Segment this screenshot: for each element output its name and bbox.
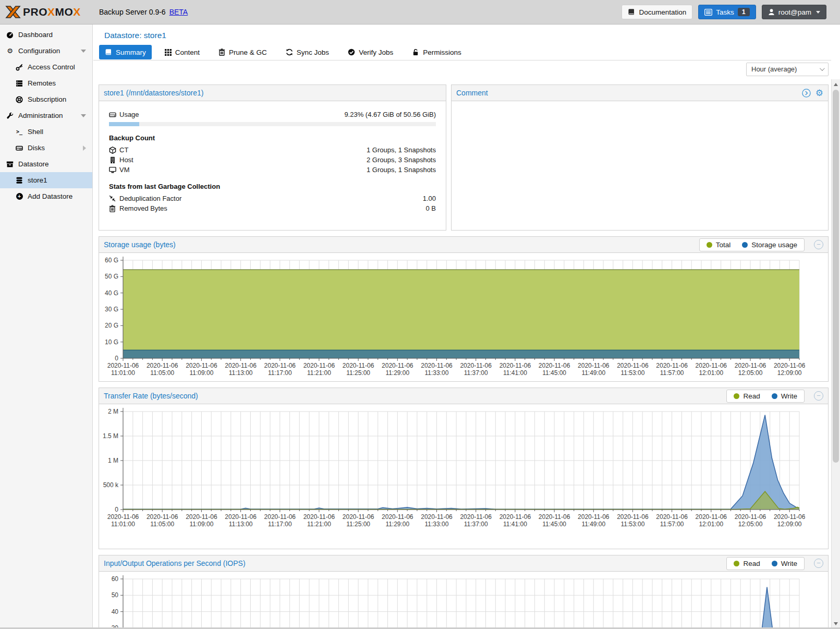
svg-text:12:05:00: 12:05:00 — [738, 521, 763, 528]
svg-text:2020-11-06: 2020-11-06 — [539, 513, 570, 521]
svg-text:50 G: 50 G — [105, 273, 118, 280]
vm-row: VM 1 Groups, 1 Snapshots — [109, 165, 436, 175]
product-version: Backup Server 0.9-6 — [99, 8, 166, 16]
page-title: Datastore: store1 — [104, 31, 166, 40]
svg-text:11:09:00: 11:09:00 — [189, 369, 213, 377]
svg-text:11:49:00: 11:49:00 — [581, 521, 605, 528]
svg-text:11:17:00: 11:17:00 — [268, 521, 292, 528]
svg-text:1 M: 1 M — [108, 457, 118, 464]
brand-wordmark: PROXMOX — [23, 6, 81, 18]
legend-dot-write — [772, 393, 777, 399]
sidebar-item-disks[interactable]: Disks — [0, 140, 92, 156]
gc-stats-heading: Stats from last Garbage Collection — [109, 183, 436, 190]
beta-link[interactable]: BETA — [169, 8, 188, 16]
comment-body[interactable] — [452, 101, 828, 112]
svg-text:0: 0 — [115, 355, 118, 362]
life-ring-icon — [15, 96, 23, 103]
compress-icon — [109, 195, 119, 202]
scroll-up-arrow-icon[interactable] — [834, 83, 838, 86]
iops-chart: 01020304050602020-11-0611:01:002020-11-0… — [100, 573, 805, 629]
proxmox-x-icon — [5, 4, 21, 20]
svg-text:11:05:00: 11:05:00 — [150, 521, 174, 528]
svg-text:2020-11-06: 2020-11-06 — [578, 362, 610, 369]
svg-text:11:01:00: 11:01:00 — [111, 369, 135, 377]
sidebar-item-subscription[interactable]: Subscription — [0, 91, 92, 107]
svg-text:20 G: 20 G — [105, 322, 118, 329]
svg-text:11:25:00: 11:25:00 — [346, 521, 370, 528]
svg-text:40: 40 — [112, 608, 119, 615]
tab-verify-jobs[interactable]: Verify Jobs — [342, 45, 399, 59]
wrench-icon — [6, 112, 14, 119]
svg-text:12:01:00: 12:01:00 — [699, 521, 723, 528]
sidebar-item-add-datastore[interactable]: + Add Datastore — [0, 188, 92, 204]
collapse-caret-icon[interactable] — [81, 114, 86, 117]
chart-toolbar: Hour (average) — [93, 61, 831, 78]
usage-row: Usage 9.23% (4.67 GiB of 50.56 GiB) — [109, 110, 436, 119]
svg-text:2020-11-06: 2020-11-06 — [343, 513, 374, 521]
sidebar-item-access-control[interactable]: Access Control — [0, 59, 92, 75]
usage-progressbar — [109, 122, 436, 126]
svg-text:2020-11-06: 2020-11-06 — [421, 362, 453, 369]
tab-prune-gc[interactable]: Prune & GC — [213, 45, 273, 59]
user-menu-button[interactable]: root@pam — [762, 5, 826, 19]
hdd-icon — [109, 111, 119, 118]
svg-text:2020-11-06: 2020-11-06 — [382, 513, 413, 521]
svg-text:2020-11-06: 2020-11-06 — [774, 362, 805, 369]
svg-text:2020-11-06: 2020-11-06 — [186, 362, 217, 369]
server-list-icon — [15, 80, 23, 87]
chart-title: Input/Output Operations per Second (IOPS… — [104, 559, 246, 567]
sidebar-item-store1[interactable]: store1 — [0, 172, 92, 188]
chevron-right-circle-icon[interactable] — [802, 89, 811, 98]
svg-text:11:29:00: 11:29:00 — [385, 369, 409, 377]
sidebar-item-shell[interactable]: >_ Shell — [0, 124, 92, 140]
unlock-icon — [412, 49, 419, 56]
tab-sync-jobs[interactable]: Sync Jobs — [280, 45, 335, 59]
time-range-select[interactable]: Hour (average) — [746, 63, 829, 76]
chart-legend: Read Write — [726, 390, 805, 403]
svg-text:2020-11-06: 2020-11-06 — [500, 513, 531, 521]
svg-text:11:05:00: 11:05:00 — [150, 369, 174, 377]
sidebar-item-remotes[interactable]: Remotes — [0, 75, 92, 91]
collapse-caret-icon[interactable] — [81, 50, 86, 53]
transfer-rate-panel: Transfer Rate (bytes/second) Read Write … — [99, 388, 829, 549]
panel-title: Comment — [456, 89, 488, 97]
tab-bar: Summary Content Prune & GC — [93, 41, 831, 61]
iops-panel: Input/Output Operations per Second (IOPS… — [99, 555, 829, 629]
chart-title: Transfer Rate (bytes/second) — [104, 392, 198, 400]
collapse-chart-icon[interactable]: − — [814, 240, 823, 249]
tab-summary[interactable]: Summary — [99, 45, 152, 59]
svg-text:11:57:00: 11:57:00 — [660, 521, 684, 528]
svg-text:2020-11-06: 2020-11-06 — [186, 513, 217, 521]
removed-bytes-row: Removed Bytes 0 B — [109, 203, 436, 213]
datastore-summary-panel: store1 (/mnt/datastores/store1) Usage 9.… — [99, 84, 446, 231]
book-icon — [628, 8, 635, 16]
tab-content[interactable]: Content — [159, 45, 205, 59]
sidebar-item-dashboard[interactable]: Dashboard — [0, 27, 92, 43]
terminal-icon: >_ — [15, 129, 23, 135]
tasks-button[interactable]: Tasks 1 — [698, 5, 756, 19]
svg-text:11:53:00: 11:53:00 — [620, 369, 644, 377]
collapse-chart-icon[interactable]: − — [814, 391, 823, 401]
svg-text:12:09:00: 12:09:00 — [777, 521, 802, 528]
svg-text:12:09:00: 12:09:00 — [777, 369, 802, 377]
scroll-down-arrow-icon[interactable] — [834, 622, 838, 625]
storage-usage-chart: 010 G20 G30 G40 G50 G60 G2020-11-0611:01… — [100, 254, 805, 379]
transfer-rate-chart: 0500 k1 M1.5 M2 M2020-11-0611:01:002020-… — [100, 405, 805, 530]
app-header: PROXMOX Backup Server 0.9-6 BETA Documen… — [0, 0, 840, 25]
vertical-scrollbar[interactable] — [831, 79, 840, 629]
sidebar-item-configuration[interactable]: ⚙ Configuration — [0, 43, 92, 59]
collapse-chart-icon[interactable]: − — [814, 559, 823, 568]
expand-caret-icon[interactable] — [83, 146, 86, 151]
svg-text:2020-11-06: 2020-11-06 — [656, 513, 688, 521]
chevron-down-icon — [820, 66, 825, 71]
svg-text:2020-11-06: 2020-11-06 — [735, 513, 766, 521]
scrollbar-thumb[interactable] — [833, 90, 839, 463]
legend-dot-read — [734, 393, 739, 399]
svg-text:11:29:00: 11:29:00 — [385, 521, 409, 528]
documentation-button[interactable]: Documentation — [622, 5, 692, 19]
tab-permissions[interactable]: Permissions — [406, 45, 467, 59]
sidebar-item-administration[interactable]: Administration — [0, 107, 92, 124]
chart-legend: Total Storage usage — [699, 238, 805, 251]
sidebar-item-datastore[interactable]: Datastore — [0, 156, 92, 172]
gear-icon[interactable]: ⚙ — [815, 89, 823, 98]
